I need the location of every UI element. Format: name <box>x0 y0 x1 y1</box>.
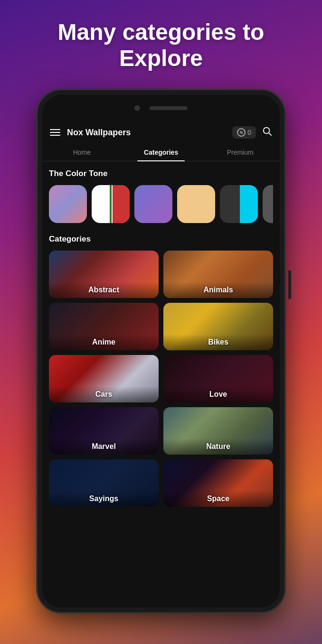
category-anime[interactable]: Anime <box>49 303 159 350</box>
app-bar: Nox Wallpapers N 0 <box>42 121 280 144</box>
category-abstract-label: Abstract <box>49 282 159 298</box>
color-tone-title: The Color Tone <box>49 169 273 178</box>
category-sayings[interactable]: Sayings <box>49 459 159 507</box>
category-cars[interactable]: Cars <box>49 355 159 402</box>
phone-frame: Nox Wallpapers N 0 Home Cat <box>38 90 284 612</box>
category-space-label: Space <box>163 491 273 507</box>
tab-home[interactable]: Home <box>42 144 122 161</box>
phone-top-bar <box>42 95 280 121</box>
category-nature[interactable]: Nature <box>163 407 273 455</box>
category-marvel[interactable]: Marvel <box>49 407 159 455</box>
category-sayings-label: Sayings <box>49 491 159 507</box>
category-cars-label: Cars <box>49 386 159 402</box>
app-title: Nox Wallpapers <box>67 128 232 138</box>
category-bikes-label: Bikes <box>163 334 273 350</box>
swatch-peach[interactable] <box>177 185 215 223</box>
tab-premium[interactable]: Premium <box>200 144 280 161</box>
swatch-gradient[interactable] <box>49 185 87 223</box>
nox-badge-icon: N <box>237 128 246 137</box>
categories-section-title: Categories <box>49 234 273 244</box>
content-area: The Color Tone Categories Abstract <box>42 161 280 607</box>
categories-grid: Abstract Animals Anime Bikes Cars <box>49 251 273 507</box>
category-bikes[interactable]: Bikes <box>163 303 273 350</box>
tabs-bar: Home Categories Premium <box>42 144 280 161</box>
swatch-dark-cyan[interactable] <box>220 185 258 223</box>
category-animals[interactable]: Animals <box>163 251 273 298</box>
category-abstract[interactable]: Abstract <box>49 251 159 298</box>
phone-frame-wrapper: Nox Wallpapers N 0 Home Cat <box>38 90 284 612</box>
category-nature-label: Nature <box>163 439 273 455</box>
swatch-tricolor[interactable] <box>92 185 130 223</box>
category-animals-label: Animals <box>163 282 273 298</box>
hero-title: Many categories to Explore <box>0 0 322 85</box>
svg-line-1 <box>269 133 271 136</box>
speaker-bar <box>150 106 188 110</box>
menu-button[interactable] <box>50 129 60 136</box>
category-love[interactable]: Love <box>163 355 273 402</box>
category-marvel-label: Marvel <box>49 439 159 455</box>
swatch-partial <box>263 185 273 223</box>
search-button[interactable] <box>262 126 272 139</box>
swatch-purple[interactable] <box>134 185 172 223</box>
color-swatches-row <box>49 185 273 223</box>
nox-badge[interactable]: N 0 <box>232 126 256 139</box>
category-space[interactable]: Space <box>163 459 273 507</box>
category-love-label: Love <box>163 386 273 402</box>
nox-badge-count: 0 <box>247 129 251 136</box>
app-screen: Nox Wallpapers N 0 Home Cat <box>42 121 280 607</box>
tab-categories[interactable]: Categories <box>122 144 201 161</box>
camera-dot <box>134 105 140 111</box>
phone-side-button <box>288 271 291 299</box>
category-anime-label: Anime <box>49 334 159 350</box>
